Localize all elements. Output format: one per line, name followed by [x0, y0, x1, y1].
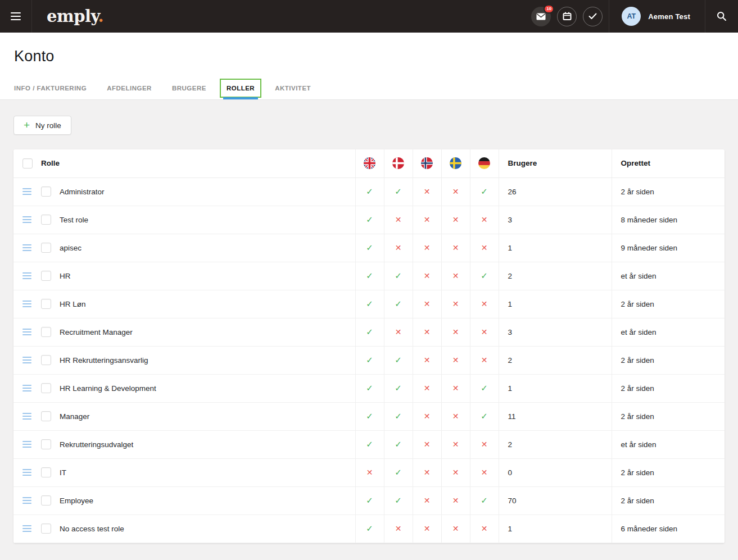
tab-info-fakturering[interactable]: INFO / FAKTURERING	[14, 76, 87, 99]
tab-roller[interactable]: ROLLER	[227, 76, 255, 99]
drag-handle-icon[interactable]	[22, 413, 31, 420]
drag-handle-icon[interactable]	[22, 469, 31, 476]
cross-icon: ✕	[481, 243, 488, 252]
row-checkbox[interactable]	[41, 243, 51, 253]
table-row[interactable]: HR ✓ ✓ ✕ ✕ ✓ 2 et år siden	[13, 262, 725, 290]
language-access-cell: ✓	[355, 430, 384, 458]
table-row[interactable]: IT ✕ ✓ ✕ ✕ ✕ 0 2 år siden	[13, 458, 725, 486]
plus-icon: +	[24, 120, 30, 130]
row-checkbox[interactable]	[41, 299, 51, 309]
created-label: 9 måneder siden	[612, 234, 725, 262]
language-access-cell: ✓	[355, 234, 384, 262]
created-label: 2 år siden	[612, 486, 725, 515]
drag-handle-icon[interactable]	[22, 272, 31, 279]
drag-handle-icon[interactable]	[22, 385, 31, 391]
emply-logo[interactable]: emply.	[47, 7, 103, 26]
check-icon: ✓	[366, 299, 373, 308]
row-checkbox[interactable]	[41, 327, 51, 337]
search-button[interactable]	[705, 0, 738, 33]
table-row[interactable]: Manager ✓ ✓ ✕ ✕ ✓ 11 2 år siden	[13, 402, 725, 430]
language-access-cell: ✕	[413, 458, 441, 486]
row-checkbox[interactable]	[41, 467, 51, 477]
table-row[interactable]: Rekrutteringsudvalget ✓ ✓ ✕ ✕ ✕ 2 et år …	[13, 430, 725, 458]
row-checkbox[interactable]	[41, 495, 51, 506]
row-checkbox[interactable]	[41, 523, 51, 534]
drag-handle-icon[interactable]	[22, 301, 31, 307]
new-role-button[interactable]: + Ny rolle	[13, 116, 71, 135]
row-checkbox[interactable]	[41, 271, 51, 281]
mail-button[interactable]: 10	[531, 7, 551, 26]
table-row[interactable]: Administrator ✓ ✓ ✕ ✕ ✓ 26 2 år siden	[13, 177, 725, 206]
cross-icon: ✕	[452, 496, 459, 505]
users-count: 26	[499, 177, 612, 206]
users-count: 2	[499, 430, 612, 458]
drag-handle-icon[interactable]	[22, 357, 31, 363]
check-icon: ✓	[366, 186, 373, 196]
mail-icon	[536, 13, 546, 20]
role-name: HR Løn	[60, 300, 86, 308]
language-access-cell: ✕	[384, 515, 413, 543]
language-access-cell: ✕	[441, 515, 470, 543]
language-access-cell: ✕	[441, 318, 470, 346]
drag-handle-icon[interactable]	[22, 497, 31, 504]
language-access-cell: ✓	[384, 290, 413, 318]
hamburger-menu-button[interactable]	[0, 0, 32, 33]
calendar-icon	[563, 12, 572, 21]
tasks-button[interactable]	[583, 7, 603, 26]
check-icon: ✓	[395, 355, 402, 365]
user-name: Aemen Test	[648, 12, 690, 21]
row-checkbox[interactable]	[41, 411, 51, 421]
row-checkbox[interactable]	[41, 355, 51, 365]
select-all-checkbox[interactable]	[22, 158, 33, 169]
row-checkbox[interactable]	[41, 383, 51, 393]
table-row[interactable]: Test role ✓ ✕ ✕ ✕ ✕ 3 8 måneder siden	[13, 206, 725, 234]
cross-icon: ✕	[452, 243, 459, 252]
user-profile-menu[interactable]: AT Aemen Test	[609, 0, 705, 33]
table-row[interactable]: HR Løn ✓ ✓ ✕ ✕ ✕ 1 2 år siden	[13, 290, 725, 318]
check-icon: ✓	[366, 327, 373, 336]
language-access-cell: ✓	[384, 262, 413, 290]
drag-handle-icon[interactable]	[22, 525, 31, 532]
table-row[interactable]: No access test role ✓ ✕ ✕ ✕ ✕ 1 6 månede…	[13, 515, 725, 543]
check-icon: ✓	[395, 299, 402, 308]
users-count: 11	[499, 402, 612, 430]
tab-aktivitet[interactable]: AKTIVITET	[275, 76, 311, 99]
language-access-cell: ✕	[441, 234, 470, 262]
check-circle-icon	[588, 13, 597, 20]
row-checkbox[interactable]	[41, 186, 51, 197]
tab-brugere[interactable]: BRUGERE	[172, 76, 206, 99]
users-count: 3	[499, 318, 612, 346]
check-icon: ✓	[395, 186, 402, 196]
language-access-cell: ✕	[441, 458, 470, 486]
cross-icon: ✕	[452, 356, 459, 365]
calendar-button[interactable]	[557, 7, 577, 26]
row-checkbox[interactable]	[41, 215, 51, 225]
drag-handle-icon[interactable]	[22, 244, 31, 251]
language-access-cell: ✓	[470, 262, 499, 290]
language-access-cell: ✕	[413, 290, 441, 318]
drag-handle-icon[interactable]	[22, 188, 31, 195]
check-icon: ✓	[395, 439, 402, 449]
language-access-cell: ✓	[355, 515, 384, 543]
created-label: 2 år siden	[612, 290, 725, 318]
language-access-cell: ✕	[413, 262, 441, 290]
table-row[interactable]: HR Learning & Development ✓ ✓ ✕ ✕ ✓ 1 2 …	[13, 374, 725, 402]
language-access-cell: ✓	[384, 177, 413, 206]
tab-afdelinger[interactable]: AFDELINGER	[107, 76, 152, 99]
drag-handle-icon[interactable]	[22, 329, 31, 335]
table-row[interactable]: apisec ✓ ✕ ✕ ✕ ✕ 1 9 måneder siden	[13, 234, 725, 262]
cross-icon: ✕	[452, 468, 459, 477]
language-access-cell: ✕	[441, 486, 470, 515]
row-checkbox[interactable]	[41, 439, 51, 449]
table-row[interactable]: Employee ✓ ✓ ✕ ✕ ✓ 70 2 år siden	[13, 486, 725, 515]
avatar: AT	[622, 7, 641, 26]
cross-icon: ✕	[452, 440, 459, 449]
table-row[interactable]: HR Rekrutteringsansvarlig ✓ ✓ ✕ ✕ ✕ 2 2 …	[13, 346, 725, 374]
language-access-cell: ✕	[384, 206, 413, 234]
drag-handle-icon[interactable]	[22, 441, 31, 448]
sweden-flag-icon	[450, 157, 461, 169]
table-row[interactable]: Recruitment Manager ✓ ✕ ✕ ✕ ✕ 3 et år si…	[13, 318, 725, 346]
drag-handle-icon[interactable]	[22, 216, 31, 223]
users-count: 1	[499, 234, 612, 262]
language-access-cell: ✕	[441, 402, 470, 430]
